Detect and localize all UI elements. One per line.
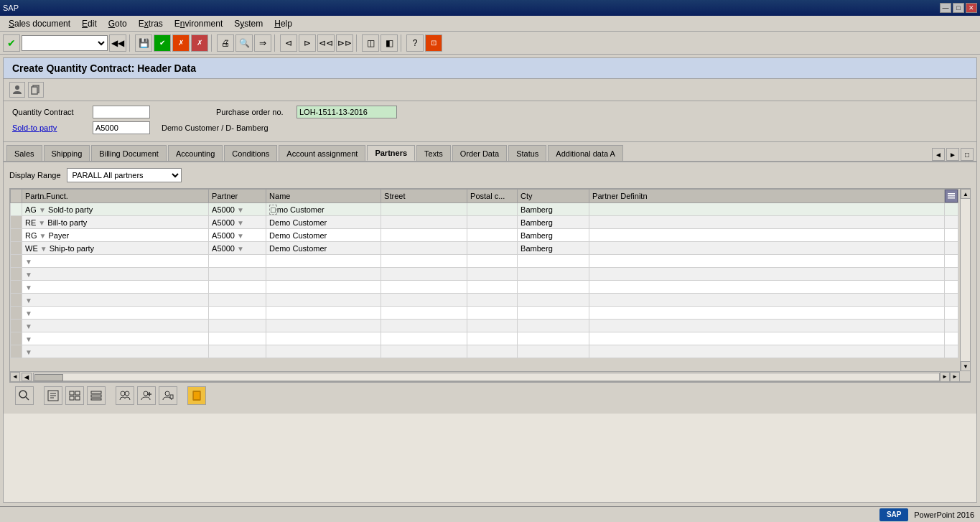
cell-partner[interactable]: A5000 ▼ [209, 216, 266, 229]
col-partner: Partner [209, 190, 266, 203]
shortcut1-button[interactable]: ✔ [154, 34, 171, 52]
menu-environment[interactable]: Environment [169, 17, 228, 30]
tab-additional-data-a[interactable]: Additional data A [548, 145, 623, 161]
page1-button[interactable]: ◫ [362, 34, 379, 52]
horizontal-scrollbar: ◄ ◄ ► ► [10, 371, 960, 381]
tab-nav-right[interactable]: ► [946, 148, 959, 161]
sold-to-party-label[interactable]: Sold-to party [12, 123, 84, 132]
save-button[interactable]: 💾 [135, 34, 152, 52]
list1-button[interactable] [65, 386, 84, 405]
tab-sales[interactable]: Sales [6, 145, 42, 161]
cell-partn-funct[interactable]: AG ▼ Sold-to party [22, 203, 209, 216]
row-selector[interactable] [11, 203, 22, 216]
find-button[interactable]: 🔍 [235, 34, 253, 52]
table-row-empty: ▼ [11, 268, 958, 281]
close-button[interactable]: ✕ [966, 3, 977, 13]
tab-shipping[interactable]: Shipping [44, 145, 90, 161]
search-bottom-button[interactable] [15, 386, 34, 405]
svg-rect-16 [91, 391, 101, 393]
menu-goto[interactable]: Goto [103, 17, 133, 30]
tab-partners[interactable]: Partners [367, 145, 415, 161]
scroll-down-button[interactable]: ▼ [961, 361, 971, 371]
cell-partn-funct[interactable]: RG ▼ Payer [22, 229, 209, 242]
table-row: RE ▼ Bill-to party A5000 ▼ Demo Customer [11, 216, 958, 229]
customize-button[interactable]: ⊡ [425, 34, 442, 52]
nav4-button[interactable]: ⊳⊳ [336, 34, 353, 52]
row-selector[interactable] [11, 216, 22, 229]
scroll-right2-button[interactable]: ► [940, 372, 950, 382]
dropdown-arrow[interactable]: ▼ [39, 206, 46, 214]
quantity-contract-input[interactable] [93, 106, 150, 118]
copy-partner-button[interactable] [159, 386, 177, 405]
scroll-left2-button[interactable]: ◄ [22, 373, 32, 381]
nav2-button[interactable]: ⊳ [299, 34, 316, 52]
h-scroll-thumb[interactable] [34, 374, 63, 381]
page2-button[interactable]: ◧ [381, 34, 398, 52]
menu-extras[interactable]: Extras [133, 17, 169, 30]
partner-dropdown-arrow[interactable]: ▼ [237, 232, 244, 240]
menu-edit[interactable]: Edit [76, 17, 103, 30]
print-button[interactable]: 🖨 [217, 34, 234, 52]
cell-partn-funct[interactable]: WE ▼ Ship-to party [22, 242, 209, 255]
display-range-select[interactable]: PARALL All partners SP Ship-to party BP … [67, 168, 182, 182]
flag-button[interactable] [187, 386, 206, 405]
nav3-button[interactable]: ⊲⊲ [317, 34, 335, 52]
shortcut2-button[interactable]: ✗ [172, 34, 190, 52]
row-selector[interactable] [11, 242, 22, 255]
cell-postal [467, 216, 518, 229]
cell-partner[interactable]: A5000 ▼ [209, 229, 266, 242]
tab-conditions[interactable]: Conditions [224, 145, 277, 161]
tab-texts[interactable]: Texts [416, 145, 451, 161]
partner-button[interactable] [116, 386, 134, 405]
cell-partn-funct[interactable]: RE ▼ Bill-to party [22, 216, 209, 229]
tab-accounting[interactable]: Accounting [168, 145, 223, 161]
detail-button[interactable] [44, 386, 62, 405]
back-button[interactable]: ◀◀ [109, 34, 126, 52]
shortcut3-button[interactable]: ✗ [191, 34, 208, 52]
scroll-left-button[interactable]: ◄ [10, 372, 20, 382]
sold-to-party-input[interactable] [93, 121, 150, 134]
menu-system[interactable]: System [228, 17, 269, 30]
table-row-empty: ▼ [11, 294, 958, 307]
help-button[interactable]: ? [406, 34, 424, 52]
menu-sales-document[interactable]: Sales document [3, 17, 76, 30]
nav1-button[interactable]: ⊲ [280, 34, 297, 52]
list2-button[interactable] [87, 386, 106, 405]
col-settings-header[interactable] [945, 190, 958, 203]
command-field[interactable] [22, 35, 108, 51]
tab-account-assignment[interactable]: Account assignment [279, 145, 365, 161]
dropdown-arrow[interactable]: ▼ [38, 219, 45, 227]
purchase-order-input[interactable] [297, 106, 397, 118]
tab-nav-expand[interactable]: □ [961, 148, 974, 161]
partner-dropdown-arrow[interactable]: ▼ [237, 206, 244, 214]
window-controls: — □ ✕ [940, 3, 977, 13]
person-add-button[interactable] [137, 386, 156, 405]
tab-status[interactable]: Status [508, 145, 546, 161]
person-icon-button[interactable] [9, 82, 25, 98]
dropdown-arrow[interactable]: ▼ [39, 232, 47, 240]
partner-dropdown-arrow[interactable]: ▼ [237, 245, 244, 253]
h-scroll-track [33, 373, 940, 381]
table-row: WE ▼ Ship-to party A5000 ▼ Demo Customer [11, 242, 958, 255]
maximize-button[interactable]: □ [953, 3, 964, 13]
menu-help[interactable]: Help [269, 17, 298, 30]
cell-postal [467, 242, 518, 255]
cell-name: Demo Customer [266, 242, 381, 255]
copy-icon-button[interactable] [28, 82, 44, 98]
tab-order-data[interactable]: Order Data [452, 145, 507, 161]
col-settings-icon[interactable] [945, 190, 958, 202]
tab-billing-document[interactable]: Billing Document [91, 145, 167, 161]
partner-dropdown-arrow[interactable]: ▼ [237, 219, 244, 227]
green-check-button[interactable]: ✔ [3, 34, 20, 52]
row-selector[interactable] [11, 229, 22, 242]
cell-cty: Bamberg [518, 216, 589, 229]
minimize-button[interactable]: — [940, 3, 951, 13]
dropdown-arrow[interactable]: ▼ [40, 245, 47, 253]
cell-partner[interactable]: A5000 ▼ [209, 242, 266, 255]
scroll-up-button[interactable]: ▲ [961, 189, 971, 199]
tab-nav-left[interactable]: ◄ [932, 148, 945, 161]
page-title: Create Quantity Contract: Header Data [4, 58, 976, 79]
find-next-button[interactable]: ⇒ [254, 34, 271, 52]
cell-partner[interactable]: A5000 ▼ [209, 203, 266, 216]
scroll-right-button[interactable]: ► [950, 372, 960, 382]
